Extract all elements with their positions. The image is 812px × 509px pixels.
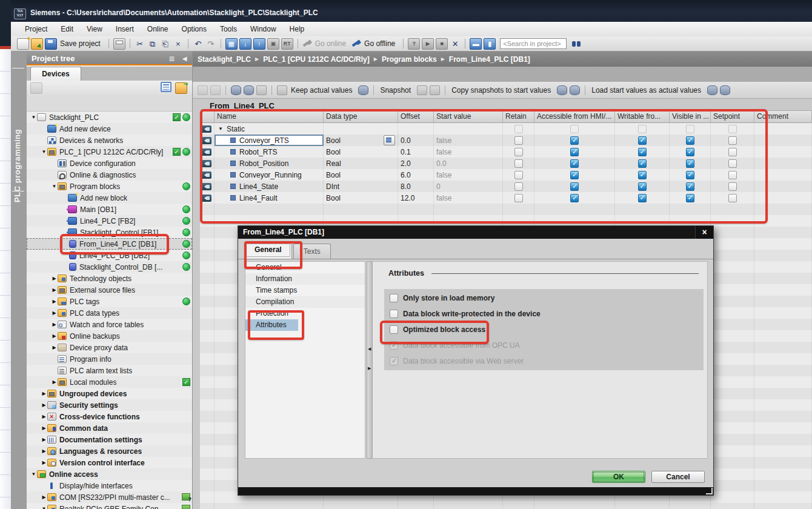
tree-item-version-control-interface[interactable]: ▶Version control interface [27, 457, 192, 468]
column-header-data-type[interactable]: Data type [324, 111, 398, 123]
reset-start-values-icon[interactable] [244, 85, 254, 95]
breadcrumb-stacklight-plc[interactable]: Stacklight_PLC [198, 55, 251, 64]
search-input[interactable]: <Search in project> [500, 38, 567, 49]
menu-tools[interactable]: Tools [213, 23, 244, 35]
tree-item-program-blocks[interactable]: ▼Program blocks [27, 181, 192, 192]
visible-in-hmi-checkbox[interactable] [686, 194, 694, 202]
split-horizontal-icon[interactable]: ▬ [470, 38, 482, 50]
tree-item-watch-and-force-tables[interactable]: ▶Watch and force tables [27, 319, 192, 330]
setpoint-checkbox[interactable] [728, 136, 737, 145]
column-header-writable-fro[interactable]: Writable fro... [615, 111, 670, 123]
copy-icon[interactable]: ⧉ [147, 39, 158, 49]
details-view-icon[interactable] [161, 82, 171, 92]
table-row-line4-fault[interactable]: Line4_FaultBool12.0false [200, 192, 812, 204]
checkbox-data-block-write-protected-in-the-device[interactable] [390, 310, 398, 318]
name-cell[interactable]: Robot_RTS [215, 146, 324, 158]
tree-item-plc-data-types[interactable]: ▶PLC data types [27, 307, 192, 319]
refresh-view-icon[interactable] [175, 82, 187, 94]
startvalue-cell[interactable]: false [434, 135, 503, 146]
download-to-device-icon[interactable]: ↓ [239, 38, 251, 50]
tree-item-main-ob1[interactable]: Main [OB1] [27, 204, 192, 215]
retain-checkbox[interactable] [514, 194, 523, 202]
expander-right-icon[interactable]: ▶ [51, 345, 58, 350]
tree-item-com-rs232-ppi-multi-master-c[interactable]: ▶COM [RS232/PPI multi-master c... [27, 491, 192, 503]
menu-project[interactable]: Project [18, 23, 54, 35]
expander-right-icon[interactable]: ▶ [51, 310, 58, 316]
add-tag-table-icon[interactable] [30, 82, 42, 94]
expander-right-icon[interactable]: ▶ [41, 425, 47, 431]
datatype-cell[interactable]: DInt [324, 181, 398, 192]
table-row-robot-position[interactable]: Robot_PositionReal2.00.0 [200, 158, 812, 169]
startvalue-cell[interactable]: false [434, 146, 503, 158]
column-header-accessible-from-hmi[interactable]: Accessible from HMI/... [534, 111, 615, 123]
dialog-nav-information[interactable]: Information [245, 273, 365, 285]
accessible-from-hmi-checkbox[interactable] [570, 171, 579, 179]
undo-icon[interactable]: ↶ [193, 39, 204, 49]
dialog-tab-texts[interactable]: Texts [293, 244, 331, 259]
cancel-button[interactable]: Cancel [651, 471, 705, 483]
name-cell[interactable]: Robot_Position [215, 158, 324, 169]
copy-snapshot-icon[interactable] [557, 85, 567, 95]
pin-panel-icon[interactable]: ▥ [168, 55, 176, 62]
tree-item-add-new-block[interactable]: Add new block [27, 192, 192, 204]
paste-icon[interactable]: ⎗ [160, 39, 171, 49]
menu-online[interactable]: Online [141, 23, 175, 35]
column-header-start-value[interactable]: Start value [434, 111, 503, 123]
retain-checkbox[interactable] [514, 148, 523, 156]
expander-down-icon[interactable]: ▼ [41, 506, 47, 509]
split-vertical-icon[interactable]: ▮ [484, 38, 496, 50]
monitor-all-icon[interactable] [277, 85, 287, 95]
breadcrumb-plc-1-cpu-1212c-ac-dc-rly[interactable]: PLC_1 [CPU 1212C AC/DC/Rly] [263, 55, 370, 64]
column-header-offset[interactable]: Offset [398, 111, 434, 123]
upload-from-device-icon[interactable]: ↑ [253, 38, 265, 50]
comment-cell[interactable] [754, 192, 812, 204]
visible-in-hmi-checkbox[interactable] [686, 182, 694, 191]
table-row-conveyor-running[interactable]: Conveyor_RunningBool6.0false [200, 169, 812, 181]
breadcrumb-from-line4-plc-db1[interactable]: From_Line4_PLC [DB1] [449, 55, 530, 64]
table-row-line4-state[interactable]: Line4_StateDInt8.00 [200, 181, 812, 192]
portal-strip[interactable]: PLC programming [11, 52, 27, 509]
expander-right-icon[interactable]: ▶ [41, 448, 47, 454]
breadcrumb-program-blocks[interactable]: Program blocks [382, 55, 437, 64]
table-row-conveyor-rts[interactable]: Conveyor_RTSBool0.0false [200, 135, 812, 146]
expander-right-icon[interactable]: ▶ [41, 391, 47, 396]
go-offline-label[interactable]: Go offline [364, 39, 395, 48]
expander-right-icon[interactable]: ▶ [51, 333, 58, 339]
dialog-tab-general[interactable]: General [244, 242, 292, 259]
go-offline-icon[interactable] [351, 39, 361, 48]
table-row-static[interactable]: ▼Static [200, 123, 812, 135]
tree-item-stacklight-plc[interactable]: ▼Stacklight_PLC [27, 111, 192, 123]
expander-down-icon[interactable]: ▼ [41, 149, 47, 155]
expander-right-icon[interactable]: ▶ [41, 494, 47, 500]
tree-item-device-configuration[interactable]: Device configuration [27, 158, 192, 169]
go-online-icon[interactable] [302, 39, 312, 48]
datatype-cell[interactable]: Bool [324, 169, 398, 181]
tree-item-add-new-device[interactable]: Add new device [27, 123, 192, 135]
menu-insert[interactable]: Insert [109, 23, 141, 35]
tree-item-display-hide-interfaces[interactable]: Display/hide interfaces [27, 480, 192, 491]
tree-item-common-data[interactable]: ▶Common data [27, 422, 192, 434]
writable-from-hmi-checkbox[interactable] [638, 159, 647, 168]
column-header-setpoint[interactable]: Setpoint [711, 111, 754, 123]
datatype-cell[interactable]: Real [324, 158, 398, 169]
delete-icon[interactable]: × [173, 39, 184, 49]
expander-down-icon[interactable]: ▼ [30, 471, 37, 477]
tree-item-plc-alarm-text-lists[interactable]: PLC alarm text lists [27, 365, 192, 376]
tab-devices[interactable]: Devices [30, 67, 81, 81]
comment-cell[interactable] [754, 158, 812, 169]
dialog-title-bar[interactable]: From_Line4_PLC [DB1] [238, 226, 713, 239]
datatype-cell[interactable]: Bool [324, 192, 398, 204]
dialog-nav-compilation[interactable]: Compilation [245, 296, 365, 308]
snapshot-icon[interactable] [417, 85, 427, 95]
name-cell[interactable]: Line4_State [215, 181, 324, 192]
expander-right-icon[interactable]: ▶ [41, 460, 47, 465]
dialog-resize-handle[interactable] [706, 488, 713, 494]
expander-down-icon[interactable]: ▼ [30, 115, 37, 120]
startvalue-cell[interactable]: 0 [434, 181, 503, 192]
startvalue-cell[interactable]: 0.0 [434, 158, 503, 169]
accessible-from-hmi-checkbox[interactable] [570, 136, 579, 145]
datatype-cell[interactable]: Bool [324, 135, 398, 146]
setpoint-checkbox[interactable] [728, 194, 737, 202]
tree-item-technology-objects[interactable]: ▶Technology objects [27, 273, 192, 284]
expand-members-icon[interactable] [256, 85, 267, 95]
